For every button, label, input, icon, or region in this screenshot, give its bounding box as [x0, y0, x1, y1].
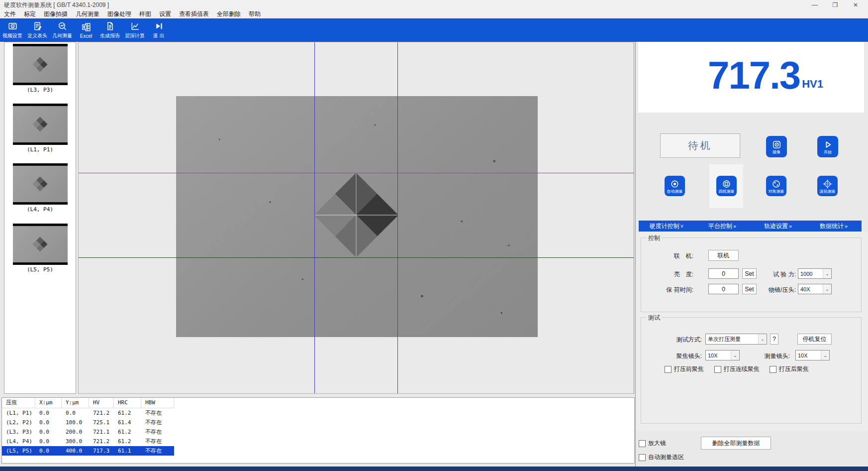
geometry-measure-button[interactable]: 几何测量: [50, 20, 75, 40]
define-header-button[interactable]: 定义表头: [25, 20, 50, 40]
table-row-selected[interactable]: (L5, P5) 0.0 400.0 717.3 61.1 不存在: [2, 446, 174, 456]
dwell-time-input[interactable]: 0: [708, 284, 739, 294]
tab-platform-control[interactable]: 平台控制»: [694, 221, 750, 232]
cell-hrc: 61.1: [114, 448, 141, 454]
thumbnail-item[interactable]: (L3, P3): [4, 44, 76, 93]
excel-export-button[interactable]: Excel: [75, 21, 97, 40]
diagonal-measure-button[interactable]: 对角测量: [766, 176, 786, 196]
test-mode-select[interactable]: 单次打压测量 ⌄: [705, 334, 767, 345]
select-value: 10X: [706, 353, 731, 358]
exit-button[interactable]: 退 出: [147, 20, 170, 40]
menu-item-sample[interactable]: 样图: [135, 10, 155, 18]
table-row[interactable]: (L3, P3) 0.0 200.0 721.1 61.2 不存在: [2, 427, 174, 437]
menu-item-file[interactable]: 文件: [0, 10, 20, 18]
thumbnail-label: (L3, P3): [4, 87, 76, 93]
measure-lens-select[interactable]: 10X ⌄: [795, 350, 830, 360]
cell-y: 100.0: [62, 419, 89, 426]
cell-y: 0.0: [62, 410, 89, 416]
menu-item-calibration[interactable]: 标定: [20, 10, 40, 18]
table-row[interactable]: (L1, P1) 0.0 0.0 721.2 61.2 不存在: [2, 408, 174, 418]
magnifier-checkbox[interactable]: 放大镜: [639, 439, 666, 448]
select-value: 单次打压测量: [706, 336, 758, 343]
tab-label: 硬度计控制: [650, 222, 679, 231]
brightness-input[interactable]: 0: [708, 268, 739, 279]
tab-label: 轨迹设置: [764, 222, 788, 231]
generate-report-icon: [105, 21, 115, 31]
measure-line-horizontal-blue[interactable]: [79, 257, 634, 258]
objective-select[interactable]: 40X ⌄: [798, 284, 832, 294]
indentation-thumbnail: [13, 163, 68, 205]
menu-item-lookup-table[interactable]: 查看插值表: [175, 10, 213, 18]
button-label: 摄像: [772, 150, 780, 154]
focus-lens-select[interactable]: 10X ⌄: [705, 350, 740, 360]
chevron-down-icon: ˅: [680, 223, 683, 229]
measure-line-horizontal-red[interactable]: [79, 173, 634, 173]
close-button[interactable]: ✕: [847, 0, 864, 10]
button-label: 对角测量: [769, 189, 784, 194]
generate-report-button[interactable]: 生成报告: [97, 20, 122, 40]
test-force-select[interactable]: 1000 ⌄: [798, 268, 832, 279]
stop-reset-button[interactable]: 停机复位: [797, 334, 832, 345]
cell-hv: 725.1: [89, 419, 114, 426]
cell-hbw: 不存在: [141, 419, 174, 426]
wheel-measure-icon: [822, 179, 833, 189]
cell-x: 0.0: [35, 448, 62, 454]
dwell-time-label: 保 荷时间:: [656, 286, 693, 294]
indentation-thumbnail: [13, 224, 68, 265]
focus-before-checkbox[interactable]: 打压前聚焦: [665, 365, 704, 373]
chevron-down-icon: ⌄: [731, 351, 739, 360]
table-row[interactable]: (L4, P4) 0.0 300.0 721.2 61.2 不存在: [2, 437, 174, 446]
menu-item-image-process[interactable]: 图像处理: [103, 10, 135, 18]
focus-after-checkbox[interactable]: 打压后聚焦: [770, 365, 809, 373]
help-button[interactable]: ?: [770, 334, 778, 345]
brightness-set-button[interactable]: Set: [742, 268, 757, 279]
measure-line-vertical-right[interactable]: [397, 42, 398, 393]
app-window: 硬度软件测量系统 [ GB/T 4340.1-2009 ] — ❐ ✕ 文件 标…: [0, 0, 868, 471]
objective-label: 物镜/压头:: [758, 286, 796, 294]
cell-x: 0.0: [35, 429, 62, 435]
wheel-measure-button[interactable]: 滚轮测量: [817, 176, 838, 196]
focus-continuous-checkbox[interactable]: 打压连续聚焦: [714, 365, 760, 373]
start-button[interactable]: 开始: [817, 136, 838, 157]
toolbar-label: 视频设置: [2, 32, 22, 39]
status-bar: [0, 467, 868, 471]
thumbnail-item[interactable]: (L5, P5): [4, 224, 76, 273]
dwell-set-button[interactable]: Set: [742, 284, 757, 294]
checkbox-label: 打压后聚焦: [779, 365, 809, 373]
table-row[interactable]: (L2, P2) 0.0 100.0 725.1 61.4 不存在: [2, 418, 174, 427]
four-line-measure-button[interactable]: 四线测量: [716, 176, 737, 196]
thumbnail-item[interactable]: (L1, P1): [4, 104, 76, 153]
video-settings-button[interactable]: 视频设置: [0, 20, 25, 40]
measure-line-vertical-left[interactable]: [314, 42, 315, 393]
tab-trajectory-settings[interactable]: 轨迹设置»: [750, 221, 806, 232]
groupbox-title: 控制: [646, 234, 662, 242]
tab-data-statistics[interactable]: 数据统计»: [806, 221, 862, 232]
column-header: HV: [89, 398, 114, 408]
restore-button[interactable]: ❐: [827, 0, 844, 10]
menu-item-geometry-measure[interactable]: 几何测量: [72, 10, 103, 18]
online-button[interactable]: 联机: [708, 250, 739, 261]
cell-indent-id: (L1, P1): [2, 410, 35, 416]
indentation-thumbnail: [13, 44, 68, 85]
menu-item-image-capture[interactable]: 图像拍摄: [40, 10, 72, 18]
auto-measure-region-checkbox[interactable]: 自动测量选区: [639, 453, 684, 462]
cell-hbw: 不存在: [141, 428, 174, 436]
hardness-unit: HV1: [802, 78, 823, 91]
button-label: 滚轮测量: [820, 189, 836, 194]
thumbnail-sidebar: (L3, P3) (L1, P1) (L4, P4) (L5, P5): [4, 42, 76, 394]
depth-calc-button[interactable]: 层深计算: [122, 20, 147, 40]
play-icon: [823, 139, 833, 150]
cell-x: 0.0: [35, 410, 62, 416]
capture-button[interactable]: 摄像: [766, 136, 787, 157]
live-image-viewer[interactable]: [78, 42, 634, 394]
checkbox-box: [639, 440, 646, 447]
cell-hv: 721.2: [89, 438, 114, 445]
thumbnail-item[interactable]: (L4, P4): [4, 163, 76, 213]
menu-item-settings[interactable]: 设置: [155, 10, 175, 18]
menu-item-delete-all[interactable]: 全部删除: [213, 10, 245, 18]
menu-item-help[interactable]: 帮助: [245, 10, 265, 18]
auto-measure-button[interactable]: 自动测量: [665, 176, 685, 196]
minimize-button[interactable]: —: [806, 0, 823, 10]
delete-all-data-button[interactable]: 删除全部测量数据: [701, 437, 771, 450]
tab-hardness-control[interactable]: 硬度计控制˅: [639, 221, 694, 232]
